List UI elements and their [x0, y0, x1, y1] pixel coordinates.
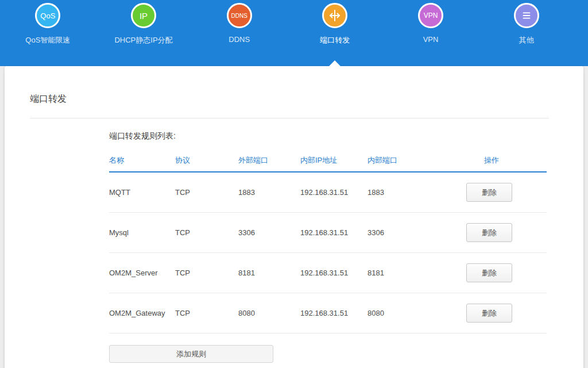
rule-protocol-cell: TCP: [175, 269, 238, 277]
delete-rule-button[interactable]: 删除: [466, 183, 512, 202]
nav-item-label: QoS智能限速: [25, 35, 70, 45]
ip-icon: IP: [131, 3, 156, 28]
rule-internal-ip-cell: 192.168.31.51: [300, 269, 368, 277]
nav-item-vpn[interactable]: VPN VPN: [383, 0, 479, 45]
add-rule-button[interactable]: 添加规则: [109, 345, 273, 363]
vpn-icon: VPN: [418, 3, 443, 28]
vpn-icon-text: VPN: [424, 12, 438, 20]
rule-internal-port-cell: 3306: [368, 228, 466, 237]
qos-icon-text: QoS: [40, 12, 55, 20]
table-row: OM2M_Gateway TCP 8080 192.168.31.51 8080…: [109, 293, 547, 334]
ddns-icon-text: DDNS: [231, 13, 247, 19]
rule-name-cell: Mysql: [109, 228, 175, 237]
port-forward-icon: [322, 3, 347, 28]
rule-external-port-cell: 3306: [238, 228, 300, 237]
rule-external-port-cell: 1883: [238, 188, 300, 197]
rule-internal-ip-cell: 192.168.31.51: [300, 188, 368, 197]
delete-rule-button[interactable]: 删除: [466, 223, 512, 242]
nav-item-label: DDNS: [229, 35, 250, 44]
column-header-internal-port: 内部端口: [368, 155, 466, 166]
qos-icon: QoS: [35, 3, 60, 28]
column-header-action: 操作: [466, 155, 547, 166]
nav-item-label: 端口转发: [320, 35, 350, 45]
ddns-icon: DDNS: [227, 3, 252, 28]
table-row: OM2M_Server TCP 8181 192.168.31.51 8181 …: [109, 253, 547, 293]
rule-external-port-cell: 8181: [238, 269, 300, 277]
nav-item-ddns[interactable]: DDNS DDNS: [191, 0, 287, 45]
table-row: Mysql TCP 3306 192.168.31.51 3306 删除: [109, 213, 547, 253]
table-row: MQTT TCP 1883 192.168.31.51 1883 删除: [109, 172, 547, 213]
column-header-external-port: 外部端口: [238, 155, 300, 166]
table-header-row: 名称 协议 外部端口 内部IP地址 内部端口 操作: [109, 141, 547, 172]
nav-item-label: VPN: [423, 35, 439, 44]
delete-rule-button[interactable]: 删除: [466, 304, 512, 323]
nav-item-dhcp[interactable]: IP DHCP静态IP分配: [96, 0, 192, 45]
delete-rule-button[interactable]: 删除: [466, 263, 512, 282]
nav-item-port-forward[interactable]: 端口转发: [287, 0, 383, 45]
rule-protocol-cell: TCP: [175, 309, 238, 317]
column-header-internal-ip: 内部IP地址: [300, 155, 368, 166]
rule-internal-ip-cell: 192.168.31.51: [300, 228, 368, 237]
rule-action-cell: 删除: [466, 183, 547, 202]
rule-internal-ip-cell: 192.168.31.51: [300, 309, 368, 317]
nav-item-qos[interactable]: QoS QoS智能限速: [0, 0, 96, 45]
rule-name-cell: OM2M_Gateway: [109, 309, 175, 317]
page-title: 端口转发: [5, 66, 583, 105]
menu-icon-glyph: [520, 9, 533, 22]
rule-name-cell: MQTT: [109, 188, 175, 197]
feature-nav: QoS QoS智能限速 IP DHCP静态IP分配 DDNS DDNS: [0, 0, 588, 66]
rule-external-port-cell: 8080: [238, 309, 300, 317]
menu-icon: [514, 3, 539, 28]
panel-content: 端口转发规则列表: 名称 协议 外部端口 内部IP地址 内部端口 操作 MQTT…: [109, 118, 547, 363]
rule-action-cell: 删除: [466, 223, 547, 242]
nav-item-other[interactable]: 其他: [478, 0, 574, 45]
ip-icon-text: IP: [140, 11, 148, 21]
rule-action-cell: 删除: [466, 304, 547, 323]
rule-internal-port-cell: 1883: [368, 188, 466, 197]
feature-nav-items: QoS QoS智能限速 IP DHCP静态IP分配 DDNS DDNS: [0, 0, 574, 45]
port-forward-icon-glyph: [328, 9, 342, 22]
rule-internal-port-cell: 8181: [368, 269, 466, 277]
rule-action-cell: 删除: [466, 263, 547, 282]
rule-protocol-cell: TCP: [175, 228, 238, 237]
nav-item-label: DHCP静态IP分配: [114, 35, 172, 45]
port-forward-table: 名称 协议 外部端口 内部IP地址 内部端口 操作 MQTT TCP 1883 …: [109, 141, 547, 334]
rule-protocol-cell: TCP: [175, 188, 238, 197]
column-header-protocol: 协议: [175, 155, 238, 166]
rule-list-label: 端口转发规则列表:: [109, 118, 547, 141]
rule-internal-port-cell: 8080: [368, 309, 466, 317]
port-forward-panel: 端口转发 端口转发规则列表: 名称 协议 外部端口 内部IP地址 内部端口 操作…: [5, 66, 583, 368]
rule-name-cell: OM2M_Server: [109, 269, 175, 277]
nav-item-label: 其他: [519, 35, 534, 45]
column-header-name: 名称: [109, 155, 175, 166]
